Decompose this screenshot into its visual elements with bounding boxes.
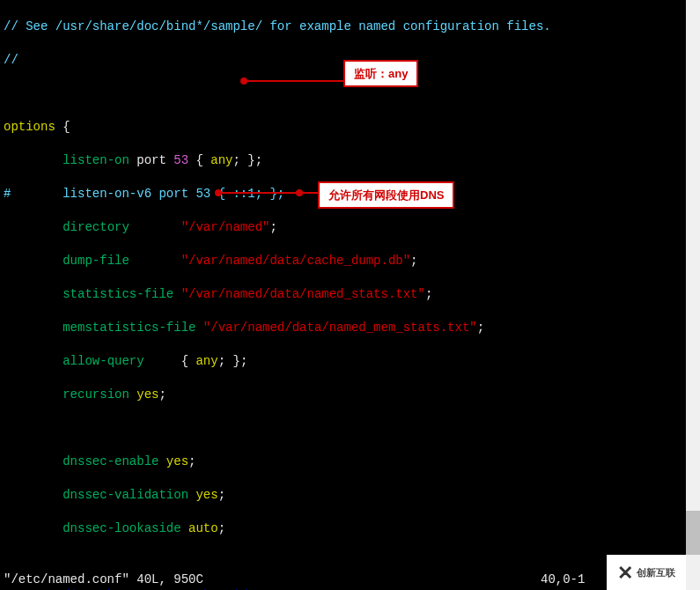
keyword: dump-file bbox=[63, 254, 129, 268]
comment-line: // bbox=[4, 53, 18, 67]
annotation-listen: 监听：any bbox=[343, 60, 418, 87]
annotation-line bbox=[218, 192, 318, 194]
annotation-dot bbox=[296, 189, 303, 196]
code-editor[interactable]: // See /usr/share/doc/bind*/sample/ for … bbox=[0, 0, 700, 590]
keyword: dnssec-validation bbox=[63, 488, 188, 502]
scrollbar-thumb[interactable] bbox=[686, 511, 700, 555]
string: "/var/named/data/named_mem_stats.txt" bbox=[203, 321, 477, 335]
keyword: directory bbox=[63, 220, 129, 234]
string: "/var/named" bbox=[181, 220, 270, 234]
keyword: recursion bbox=[63, 387, 129, 402]
keyword: allow-query bbox=[63, 354, 144, 368]
comment-line: // See /usr/share/doc/bind*/sample/ for … bbox=[4, 19, 551, 33]
status-file: "/etc/named.conf" 40L, 950C bbox=[4, 572, 203, 586]
annotation-line bbox=[244, 80, 343, 82]
status-position: 40,0-1 bbox=[541, 572, 585, 588]
logo-icon: ✕ bbox=[617, 564, 633, 581]
keyword: listen-on bbox=[63, 153, 129, 167]
watermark-text: 创新互联 bbox=[637, 568, 675, 578]
scrollbar[interactable] bbox=[686, 0, 700, 590]
keyword: statistics-file bbox=[63, 287, 173, 301]
annotation-allow: 允许所有网段使用DNS bbox=[318, 181, 454, 209]
watermark-logo: ✕ 创新互联 bbox=[607, 555, 686, 590]
keyword: dnssec-enable bbox=[63, 454, 158, 468]
string: "/var/named/data/cache_dump.db" bbox=[181, 254, 410, 268]
keyword: memstatistics-file bbox=[63, 321, 195, 335]
string: "/var/named/data/named_stats.txt" bbox=[181, 287, 425, 301]
keyword: options bbox=[4, 120, 55, 134]
vim-status-bar: "/etc/named.conf" 40L, 950C 40,0-1 bbox=[4, 572, 682, 588]
keyword: dnssec-lookaside bbox=[63, 521, 181, 535]
number: 53 bbox=[173, 153, 188, 167]
